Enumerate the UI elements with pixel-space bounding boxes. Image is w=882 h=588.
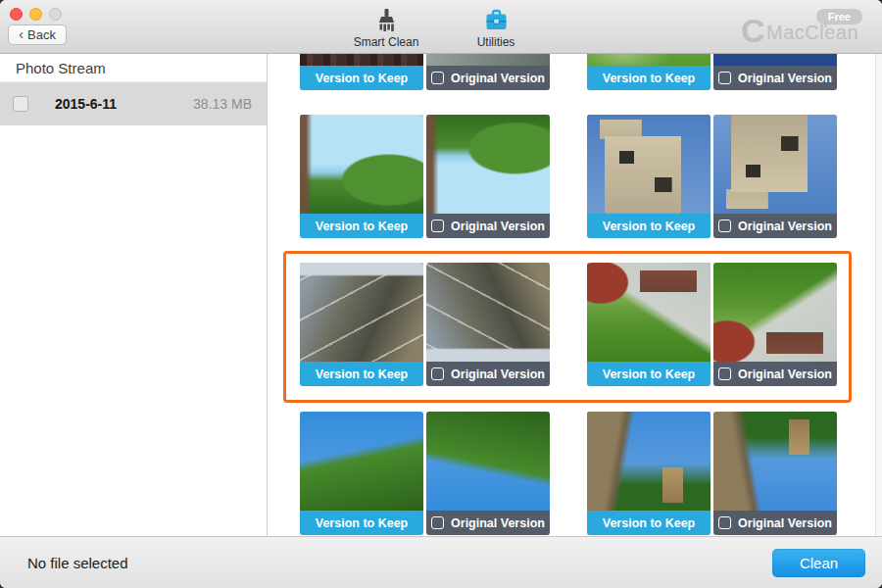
clean-button[interactable]: Clean bbox=[772, 549, 865, 577]
content-area: Version to Keep Original Version Version… bbox=[269, 54, 882, 536]
scrollbar-track[interactable] bbox=[875, 54, 882, 536]
version-to-keep-card[interactable]: Version to Keep bbox=[587, 263, 710, 386]
close-button[interactable] bbox=[10, 8, 23, 21]
version-to-keep-bar: Version to Keep bbox=[300, 66, 423, 90]
duplicate-photo-pair: Version to Keep Original Version bbox=[300, 115, 550, 238]
toolbar-item-utilities[interactable]: Utilities bbox=[452, 6, 540, 49]
version-to-keep-bar: Version to Keep bbox=[300, 362, 423, 386]
original-version-checkbox[interactable] bbox=[431, 72, 444, 84]
original-version-label: Original Version bbox=[451, 72, 545, 85]
version-to-keep-label: Version to Keep bbox=[603, 516, 695, 530]
version-to-keep-bar: Version to Keep bbox=[587, 511, 710, 535]
toolbar: ‹ Back Smart Clean bbox=[0, 0, 882, 54]
version-to-keep-bar: Version to Keep bbox=[300, 214, 423, 238]
back-button-label: Back bbox=[27, 27, 56, 42]
duplicate-photo-pair: Version to Keep Original Version bbox=[587, 412, 837, 535]
original-version-checkbox[interactable] bbox=[718, 72, 731, 84]
toolbox-icon bbox=[452, 6, 540, 33]
original-version-label: Original Version bbox=[738, 516, 832, 530]
version-to-keep-label: Version to Keep bbox=[316, 220, 408, 233]
original-version-checkbox[interactable] bbox=[431, 516, 444, 529]
photo-thumbnail-flipped bbox=[426, 115, 550, 214]
version-to-keep-card[interactable]: Version to Keep bbox=[587, 412, 710, 535]
brush-icon bbox=[342, 6, 430, 33]
chevron-left-icon: ‹ bbox=[19, 26, 24, 41]
photo-thumbnail bbox=[587, 412, 710, 511]
original-version-card[interactable]: Original Version bbox=[426, 263, 550, 386]
version-to-keep-bar: Version to Keep bbox=[587, 66, 710, 90]
original-version-label: Original Version bbox=[451, 220, 545, 233]
original-version-bar: Original Version bbox=[713, 214, 837, 238]
original-version-bar: Original Version bbox=[713, 511, 837, 535]
original-version-bar: Original Version bbox=[426, 66, 550, 90]
version-to-keep-bar: Version to Keep bbox=[587, 214, 710, 238]
duplicate-photo-pair: Version to Keep Original Version bbox=[300, 54, 550, 90]
photo-thumbnail-flipped bbox=[713, 115, 837, 214]
original-version-label: Original Version bbox=[738, 368, 832, 381]
original-version-checkbox[interactable] bbox=[718, 220, 731, 232]
duplicate-photo-row: Version to Keep Original Version Version… bbox=[300, 263, 849, 386]
logo-name: MacClean bbox=[766, 22, 858, 44]
photo-thumbnail bbox=[587, 115, 710, 214]
status-text: No file selected bbox=[27, 555, 128, 571]
original-version-card[interactable]: Original Version bbox=[426, 54, 550, 90]
back-button[interactable]: ‹ Back bbox=[8, 24, 67, 45]
version-to-keep-bar: Version to Keep bbox=[587, 362, 710, 386]
original-version-checkbox[interactable] bbox=[431, 368, 444, 380]
status-bar: No file selected Clean bbox=[0, 536, 882, 588]
version-to-keep-label: Version to Keep bbox=[316, 72, 408, 85]
version-to-keep-label: Version to Keep bbox=[316, 368, 408, 381]
original-version-checkbox[interactable] bbox=[431, 220, 444, 232]
photo-thumbnail bbox=[300, 412, 423, 511]
version-to-keep-card[interactable]: Version to Keep bbox=[587, 54, 710, 90]
original-version-card[interactable]: Original Version bbox=[713, 54, 837, 90]
photo-thumbnail bbox=[300, 115, 423, 214]
version-to-keep-label: Version to Keep bbox=[603, 368, 695, 381]
row-date: 2015-6-11 bbox=[55, 96, 117, 112]
free-badge: Free bbox=[816, 9, 862, 24]
zoom-button bbox=[49, 8, 62, 21]
version-to-keep-card[interactable]: Version to Keep bbox=[300, 412, 423, 535]
minimize-button[interactable] bbox=[29, 8, 42, 21]
original-version-label: Original Version bbox=[451, 368, 545, 381]
original-version-card[interactable]: Original Version bbox=[426, 412, 550, 535]
version-to-keep-label: Version to Keep bbox=[603, 72, 695, 85]
photo-thumbnail-flipped bbox=[713, 263, 837, 362]
row-size: 38.13 MB bbox=[193, 96, 252, 112]
photo-thumbnail bbox=[300, 263, 423, 362]
version-to-keep-label: Version to Keep bbox=[316, 516, 408, 530]
original-version-bar: Original Version bbox=[426, 362, 550, 386]
row-checkbox[interactable] bbox=[13, 96, 28, 112]
sidebar-header: Photo Stream bbox=[0, 54, 267, 82]
toolbar-item-smart-clean[interactable]: Smart Clean bbox=[342, 6, 430, 49]
duplicate-photo-pair: Version to Keep Original Version bbox=[587, 115, 837, 238]
original-version-bar: Original Version bbox=[426, 214, 550, 238]
duplicate-photo-row: Version to Keep Original Version Version… bbox=[269, 412, 875, 535]
version-to-keep-card[interactable]: Version to Keep bbox=[300, 54, 423, 90]
duplicate-photo-pair: Version to Keep Original Version bbox=[300, 263, 550, 386]
duplicate-photo-row: Version to Keep Original Version Version… bbox=[269, 115, 875, 238]
original-version-label: Original Version bbox=[738, 220, 832, 233]
version-to-keep-label: Version to Keep bbox=[603, 220, 695, 233]
photo-stream-row[interactable]: 2015-6-11 38.13 MB bbox=[0, 82, 267, 125]
duplicate-photo-pair: Version to Keep Original Version bbox=[300, 412, 550, 535]
photo-thumbnail-flipped bbox=[426, 54, 550, 66]
photo-thumbnail bbox=[587, 54, 710, 66]
original-version-card[interactable]: Original Version bbox=[713, 263, 837, 386]
original-version-label: Original Version bbox=[451, 516, 545, 530]
original-version-card[interactable]: Original Version bbox=[713, 412, 837, 535]
original-version-bar: Original Version bbox=[426, 511, 550, 535]
original-version-card[interactable]: Original Version bbox=[426, 115, 550, 238]
version-to-keep-card[interactable]: Version to Keep bbox=[300, 263, 423, 386]
version-to-keep-card[interactable]: Version to Keep bbox=[587, 115, 710, 238]
sidebar: Photo Stream 2015-6-11 38.13 MB bbox=[0, 54, 268, 536]
version-to-keep-card[interactable]: Version to Keep bbox=[300, 115, 423, 238]
duplicate-photo-pair: Version to Keep Original Version bbox=[587, 54, 837, 90]
original-version-checkbox[interactable] bbox=[718, 516, 731, 529]
macclean-window: ‹ Back Smart Clean bbox=[0, 0, 882, 588]
toolbar-item-label: Utilities bbox=[452, 35, 540, 49]
original-version-checkbox[interactable] bbox=[718, 368, 731, 380]
original-version-card[interactable]: Original Version bbox=[713, 115, 837, 238]
photo-thumbnail-flipped bbox=[426, 263, 550, 362]
original-version-bar: Original Version bbox=[713, 66, 837, 90]
